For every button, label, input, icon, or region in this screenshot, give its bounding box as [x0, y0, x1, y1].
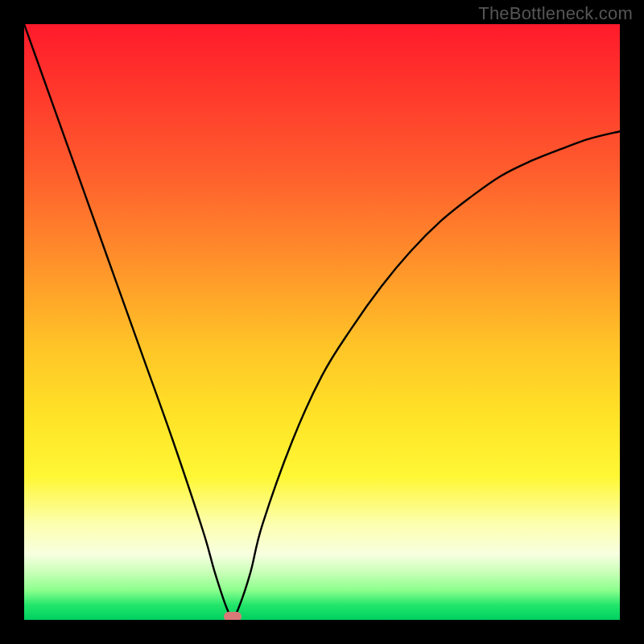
chart-frame: TheBottleneck.com [0, 0, 644, 644]
optimal-marker [224, 612, 242, 620]
watermark-text: TheBottleneck.com [478, 3, 633, 24]
plot-area [24, 24, 620, 620]
bottleneck-curve [24, 24, 620, 617]
curve-svg [24, 24, 620, 620]
